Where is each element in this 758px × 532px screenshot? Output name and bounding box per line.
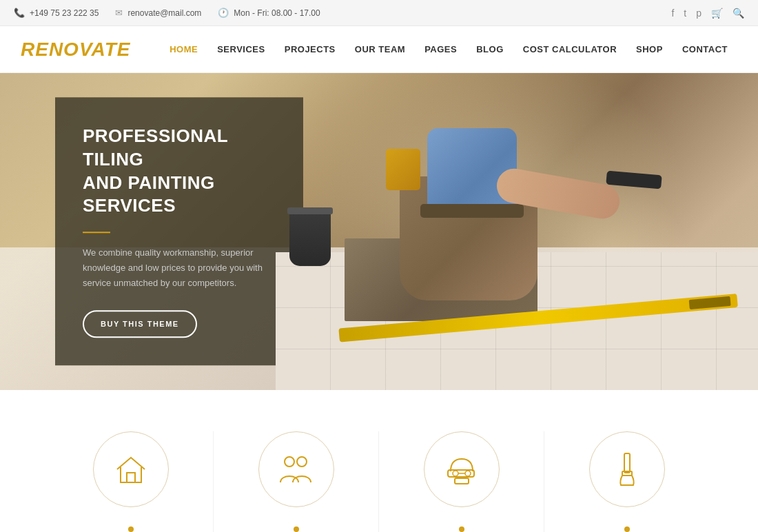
hero-title: PROFESSIONAL TILING AND PAINTING SERVICE… — [83, 125, 276, 218]
phone-item: 📞 +149 75 23 222 35 — [14, 8, 99, 18]
svg-rect-7 — [455, 478, 469, 484]
social-icons: f t p 🛒 🔍 — [671, 8, 744, 19]
feature-circle-team — [258, 431, 334, 507]
top-bar-left: 📞 +149 75 23 222 35 ✉ renovate@mail.com … — [14, 8, 320, 18]
tool-handle — [606, 171, 662, 190]
bucket-rim — [287, 207, 333, 214]
business-hours: Mon - Fri: 08.00 - 17.00 — [234, 8, 320, 18]
nav-blog[interactable]: BLOG — [467, 26, 513, 73]
nav-services[interactable]: SERVICES — [207, 26, 275, 73]
hero-section: PROFESSIONAL TILING AND PAINTING SERVICE… — [0, 73, 758, 390]
svg-point-1 — [285, 457, 294, 467]
feature-dot-machine — [459, 526, 464, 532]
hours-item: 🕐 Mon - Fri: 08.00 - 17.00 — [218, 8, 320, 18]
nav-home[interactable]: HOME — [160, 26, 207, 73]
feature-machine — [379, 431, 544, 532]
nav-our-team[interactable]: OUR TEAM — [345, 26, 415, 73]
machine-icon — [442, 452, 480, 487]
logo[interactable]: RENOVATE — [21, 39, 130, 61]
navigation: HOME SERVICES PROJECTS OUR TEAM PAGES BL… — [160, 26, 737, 73]
feature-dot-house — [128, 526, 134, 532]
bucket — [289, 211, 331, 266]
nav-pages[interactable]: PAGES — [415, 26, 467, 73]
svg-point-4 — [453, 471, 458, 476]
hero-divider — [83, 232, 110, 233]
search-icon[interactable]: 🔍 — [733, 8, 744, 19]
feature-circle-house — [93, 431, 169, 507]
worker-illustration — [276, 73, 758, 390]
feature-dot-team — [294, 526, 299, 532]
nav-shop[interactable]: SHOP — [626, 26, 673, 73]
worker-belt — [420, 204, 524, 218]
feature-house — [48, 431, 214, 532]
email-icon: ✉ — [115, 8, 123, 18]
feature-team — [214, 431, 379, 532]
email-item: ✉ renovate@mail.com — [115, 8, 201, 18]
svg-rect-0 — [127, 473, 135, 482]
twitter-icon[interactable]: t — [684, 8, 686, 19]
feature-brush — [544, 431, 710, 532]
email-address: renovate@mail.com — [127, 8, 201, 18]
nav-cost-calculator[interactable]: COST CALCULATOR — [513, 26, 626, 73]
header: RENOVATE HOME SERVICES PROJECTS OUR TEAM… — [0, 26, 758, 73]
nav-projects[interactable]: PROJECTS — [275, 26, 345, 73]
brush-icon — [610, 451, 644, 489]
buy-theme-button[interactable]: BUY THIS THEME — [83, 311, 197, 338]
pinterest-icon[interactable]: p — [696, 8, 701, 19]
team-icon — [277, 452, 315, 487]
svg-rect-8 — [624, 453, 630, 473]
tool-pouch — [386, 149, 420, 190]
facebook-icon[interactable]: f — [671, 8, 674, 19]
hero-description: We combine quality workmanship, superior… — [83, 245, 276, 291]
feature-dot-brush — [624, 526, 630, 532]
cart-icon[interactable]: 🛒 — [711, 8, 723, 19]
house-icon — [114, 452, 148, 487]
hero-overlay: PROFESSIONAL TILING AND PAINTING SERVICE… — [55, 97, 303, 365]
svg-point-2 — [297, 457, 307, 467]
feature-circle-machine — [424, 431, 500, 507]
clock-icon: 🕐 — [218, 8, 229, 18]
features-section — [0, 390, 758, 532]
nav-contact[interactable]: CONTACT — [673, 26, 737, 73]
svg-point-5 — [465, 471, 471, 476]
phone-icon: 📞 — [14, 8, 25, 18]
top-bar: 📞 +149 75 23 222 35 ✉ renovate@mail.com … — [0, 0, 758, 26]
feature-circle-brush — [589, 431, 665, 507]
phone-number: +149 75 23 222 35 — [30, 8, 99, 18]
